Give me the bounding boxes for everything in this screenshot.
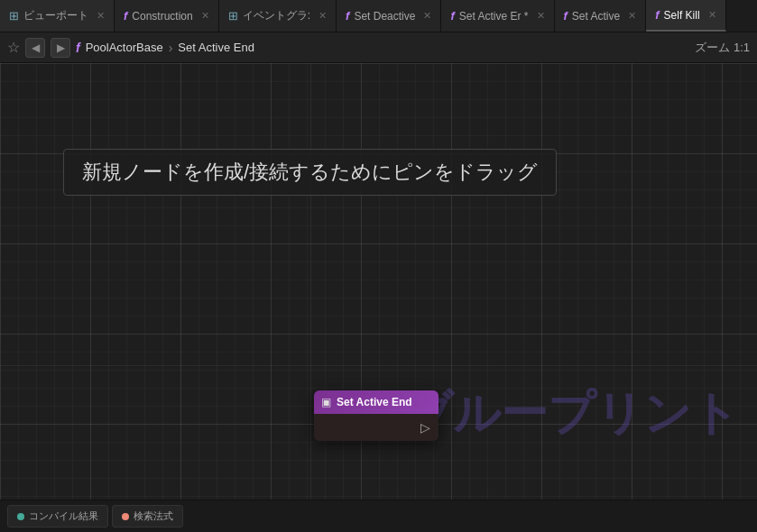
forward-button[interactable]: ▶ [51, 38, 70, 58]
tab-viewport-label: ビューポート [23, 8, 88, 23]
breadcrumb-separator: › [169, 41, 173, 55]
node-header-icon: ▣ [321, 396, 331, 408]
setactive-icon: f [564, 9, 568, 23]
search-status-dot [122, 513, 129, 520]
zoom-label: ズーム 1:1 [695, 40, 750, 56]
breadcrumb-bar: ☆ ◀ ▶ f PoolActorBase › Set Active End ズ… [0, 32, 757, 63]
canvas-area[interactable]: 新規ノードを作成/接続するためにピンをドラッグ ブループリント ▣ Set Ac… [0, 63, 757, 500]
eventgraph-icon: ⊞ [228, 9, 238, 23]
breadcrumb-func-icon: f [76, 41, 80, 55]
setactiveer-icon: f [450, 9, 454, 23]
tab-viewport[interactable]: ⊞ ビューポート ✕ [0, 0, 115, 32]
exec-out-pin[interactable]: ▷ [419, 421, 431, 434]
favorite-button[interactable]: ☆ [7, 39, 20, 56]
tab-construction[interactable]: f Construction ✕ [115, 0, 219, 32]
viewport-icon: ⊞ [9, 9, 19, 23]
breadcrumb-left: ☆ ◀ ▶ f PoolActorBase › Set Active End [7, 38, 254, 58]
bottom-tab-search[interactable]: 検索法式 [112, 505, 183, 527]
tab-setactiveer[interactable]: f Set Active Er * ✕ [441, 0, 554, 32]
breadcrumb-parent[interactable]: PoolActorBase [86, 41, 163, 54]
bottom-tab-compile[interactable]: コンパイル結果 [7, 505, 108, 527]
compile-status-dot [17, 513, 24, 520]
tab-eventgraph[interactable]: ⊞ イベントグラ: ✕ [219, 0, 337, 32]
tab-setactive-close[interactable]: ✕ [628, 10, 636, 22]
tab-setdeactive-label: Set Deactive [354, 10, 415, 23]
node-body: ▷ [314, 414, 439, 441]
tab-setactive-label: Set Active [572, 10, 620, 23]
tab-selfkill[interactable]: f Self Kill ✕ [646, 0, 725, 32]
bottom-tab-compile-label: コンパイル結果 [29, 509, 98, 523]
back-button[interactable]: ◀ [25, 38, 45, 58]
watermark: ブループリント [405, 382, 739, 445]
node-header: ▣ Set Active End [314, 390, 439, 414]
setdeactive-icon: f [346, 9, 349, 23]
tab-construction-close[interactable]: ✕ [201, 10, 209, 22]
construction-icon: f [124, 9, 127, 23]
bottom-tab-search-label: 検索法式 [134, 509, 173, 523]
tab-selfkill-close[interactable]: ✕ [708, 9, 716, 21]
vertical-separator [310, 63, 311, 500]
breadcrumb: f PoolActorBase › Set Active End [76, 41, 254, 55]
hint-text: 新規ノードを作成/接続するためにピンをドラッグ [63, 149, 557, 196]
set-active-end-node[interactable]: ▣ Set Active End ▷ [314, 390, 439, 441]
tab-setdeactive[interactable]: f Set Deactive ✕ [337, 0, 441, 32]
tab-selfkill-label: Self Kill [664, 9, 700, 22]
tab-setactiveer-close[interactable]: ✕ [537, 10, 545, 22]
tab-bar: ⊞ ビューポート ✕ f Construction ✕ ⊞ イベントグラ: ✕ … [0, 0, 757, 32]
tab-construction-label: Construction [132, 10, 192, 23]
horizontal-separator [0, 365, 757, 366]
breadcrumb-current: Set Active End [178, 41, 254, 54]
node-header-title: Set Active End [337, 396, 412, 408]
tab-setactiveer-label: Set Active Er * [459, 10, 529, 23]
bottom-bar: コンパイル結果 検索法式 [0, 500, 757, 532]
tab-eventgraph-label: イベントグラ: [243, 8, 310, 23]
tab-eventgraph-close[interactable]: ✕ [318, 10, 327, 22]
tab-setactive[interactable]: f Set Active ✕ [555, 0, 647, 32]
tab-viewport-close[interactable]: ✕ [97, 10, 105, 22]
tab-setdeactive-close[interactable]: ✕ [423, 10, 431, 22]
selfkill-icon: f [655, 8, 659, 22]
